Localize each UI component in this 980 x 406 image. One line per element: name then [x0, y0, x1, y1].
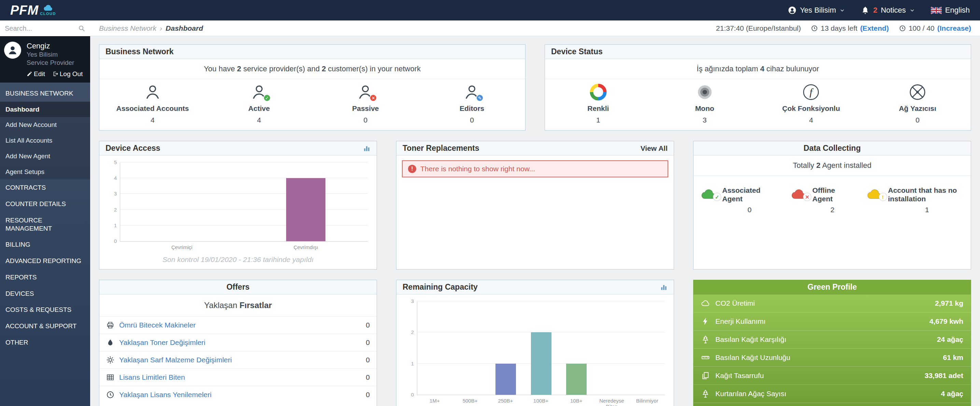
offer-link-mr-bitecek-makineler[interactable]: Ömrü Bitecek Makineler — [119, 321, 361, 329]
chart-x-axis: 1M+500B+250B+100B+10B+Neredeyse BitenBil… — [417, 395, 665, 406]
sidebar-item-add-new-account[interactable]: Add New Account — [0, 117, 90, 133]
offer-link-lisans-limitleri-biten[interactable]: Lisans Limitleri Biten — [119, 373, 361, 381]
status-badge: ✎ — [476, 94, 484, 102]
logo-cloud-label: CLOUD — [40, 12, 56, 16]
cloud-icon: ✕ — [788, 186, 809, 202]
card-data-collecting: Data Collecting Totally 2 Agent installe… — [693, 141, 971, 270]
business-network-stats: Associated Accounts4✓Active4✕Passive0✎Ed… — [99, 79, 525, 130]
stat-value: 3 — [703, 116, 707, 124]
sidebar-item-devices[interactable]: DEVICES — [0, 285, 90, 302]
stat-value: 0 — [470, 116, 474, 124]
sidebar: Cengiz Yes Bilisim Service Provider Edit… — [0, 21, 90, 406]
user-icon — [788, 6, 797, 15]
printer-icon — [106, 321, 115, 329]
quota-label: 100 / 40 — [908, 24, 935, 32]
edit-profile-button[interactable]: Edit — [27, 70, 45, 78]
y-tick: 1 — [114, 223, 117, 228]
device-status-summary: İş ağınızda toplam 4 cihaz bulunuyor — [545, 59, 971, 79]
pfm-logo[interactable]: PFM CLOUD — [10, 2, 56, 19]
green-profile-list: CO2 Üretimi2,971 kgEnerji Kullanımı4,679… — [694, 295, 971, 406]
breadcrumb-page: Dashboard — [165, 24, 203, 32]
clock-icon — [811, 25, 818, 32]
sidebar-item-list-all-accounts[interactable]: List All Accounts — [0, 133, 90, 148]
grid-icon — [106, 373, 115, 381]
sidebar-item-counter-details[interactable]: COUNTER DETAILS — [0, 196, 90, 212]
green-row-ka-t-tasarrufu: Kağıt Tasarrufu33,981 adet — [694, 367, 971, 385]
chart-slot — [629, 301, 665, 395]
empty-alert: ! There is nothing to show right now... — [402, 160, 668, 178]
card-title: Offers — [226, 282, 250, 292]
sidebar-item-business-network[interactable]: BUSINESS NETWORK — [0, 85, 90, 102]
person-icon — [7, 45, 18, 56]
logout-button[interactable]: Log Out — [52, 70, 83, 78]
agent-account-that-has-no-installation: !Account that has no installation1 — [864, 186, 966, 214]
card-header: Data Collecting — [694, 141, 971, 155]
offer-value: 0 — [366, 391, 370, 399]
x-label-1m: 1M+ — [417, 398, 452, 406]
person-icon: ✕ — [356, 83, 374, 101]
cloud-status-glyph: ! — [879, 193, 887, 201]
sidebar-item-dashboard[interactable]: Dashboard — [0, 102, 90, 117]
chart-slot — [594, 301, 630, 395]
x-label-10b: 10B+ — [558, 398, 594, 406]
agent-value: 2 — [812, 206, 853, 214]
avatar — [4, 41, 21, 59]
search-icon[interactable] — [78, 25, 85, 32]
sidebar-item-costs-requests[interactable]: COSTS & REQUESTS — [0, 301, 90, 318]
offer-link-yakla-an-sarf-malzeme-de-i-imleri[interactable]: Yaklaşan Sarf Malzeme Değişimleri — [119, 356, 361, 364]
card-header: Device Status — [545, 45, 971, 59]
x-label-evrimi-i: Çevrimiçi — [120, 244, 244, 250]
extend-link[interactable]: (Extend) — [860, 24, 889, 32]
sidebar-item-account-support[interactable]: ACCOUNT & SUPPORT — [0, 318, 90, 335]
sidebar-item-add-new-agent[interactable]: Add New Agent — [0, 148, 90, 164]
chart-bars — [120, 162, 368, 241]
offer-link-yakla-an-lisans-yenilemeleri[interactable]: Yaklaşan Lisans Yenilemeleri — [119, 391, 361, 399]
offer-link-yakla-an-toner-de-i-imleri[interactable]: Yaklaşan Toner Değişimleri — [119, 338, 361, 347]
bar-250b — [495, 364, 516, 395]
increase-link[interactable]: (Increase) — [937, 24, 971, 32]
sidebar-menu: BUSINESS NETWORKDashboardAdd New Account… — [0, 82, 90, 406]
view-all-link[interactable]: View All — [641, 144, 668, 152]
language-menu[interactable]: English — [931, 6, 970, 15]
green-label: Kurtarılan Ağaç Sayısı — [715, 390, 786, 398]
stat-ok-fonksiyonlu: fÇok Fonksiyonlu4 — [758, 83, 865, 124]
green-label: Basılan Kağıt Karşılığı — [715, 335, 786, 344]
summary-text: Totally — [793, 161, 816, 170]
sidebar-item-contracts[interactable]: CONTRACTS — [0, 179, 90, 196]
sidebar-item-resource-management[interactable]: RESOURCE MANAGEMENT — [0, 212, 90, 237]
y-tick: 1 — [411, 361, 414, 366]
papers-icon — [701, 371, 710, 380]
subtitle-text: Yaklaşan — [204, 301, 240, 310]
license-days: 13 days left (Extend) — [811, 24, 888, 32]
alert-text: There is nothing to show right now... — [420, 165, 535, 173]
agent-text: Account that has no installation1 — [888, 186, 966, 214]
app-body: Cengiz Yes Bilisim Service Provider Edit… — [0, 21, 980, 406]
stat-value: 4 — [151, 116, 155, 124]
logo-text: PFM — [10, 2, 38, 19]
card-title: Business Network — [105, 47, 173, 56]
color-circle-icon — [589, 83, 607, 101]
summary-text: customer(s) in your network — [326, 65, 421, 73]
card-title: Green Profile — [808, 282, 857, 292]
chart-slot — [244, 162, 368, 241]
offers-list: Ömrü Bitecek Makineler0Yaklaşan Toner De… — [99, 316, 377, 403]
search-input[interactable] — [5, 25, 78, 32]
mono-circle-icon — [696, 83, 714, 101]
notices-menu[interactable]: 2 Notices — [861, 6, 915, 15]
sidebar-item-agent-setups[interactable]: Agent Setups — [0, 164, 90, 180]
gear-icon — [106, 356, 115, 364]
user-menu[interactable]: Yes Bilisim — [788, 6, 845, 15]
y-tick: 3 — [411, 299, 414, 304]
sidebar-item-advanced-reporting[interactable]: ADVANCED REPORTING — [0, 253, 90, 269]
card-toner-replacements: Toner Replacements View All ! There is n… — [396, 141, 674, 270]
sidebar-item-other[interactable]: OTHER — [0, 335, 90, 351]
chart-slot — [453, 301, 488, 395]
sidebar-item-billing[interactable]: BILLING — [0, 236, 90, 253]
breadcrumb-section[interactable]: Business Network — [99, 24, 156, 32]
profile-info: Cengiz Yes Bilisim Service Provider — [27, 41, 86, 67]
agent-associated-agent: ✓Associated Agent0 — [698, 186, 777, 214]
y-tick: 0 — [114, 239, 117, 244]
stat-a-yaz-c-s: Ağ Yazıcısı0 — [864, 83, 971, 124]
summary-text: cihaz bulunuyor — [764, 65, 819, 73]
sidebar-item-reports[interactable]: REPORTS — [0, 269, 90, 285]
